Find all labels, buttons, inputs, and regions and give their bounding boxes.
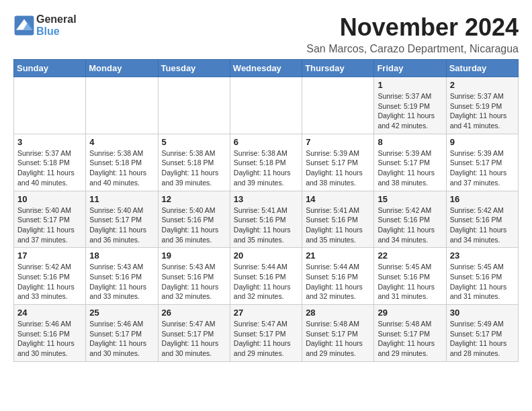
calendar-cell: 5Sunrise: 5:38 AM Sunset: 5:18 PM Daylig… [158, 134, 230, 191]
title-block: November 2024 San Marcos, Carazo Departm… [306, 13, 519, 55]
calendar-cell: 10Sunrise: 5:40 AM Sunset: 5:17 PM Dayli… [14, 191, 86, 248]
day-number: 24 [17, 308, 82, 318]
day-info: Sunrise: 5:44 AM Sunset: 5:16 PM Dayligh… [306, 262, 370, 302]
weekday-header-thursday: Thursday [302, 60, 374, 77]
logo: General Blue [13, 13, 77, 37]
day-number: 18 [89, 250, 154, 261]
calendar-week-row: 17Sunrise: 5:42 AM Sunset: 5:16 PM Dayli… [14, 248, 519, 305]
day-number: 8 [378, 137, 442, 147]
day-info: Sunrise: 5:37 AM Sunset: 5:19 PM Dayligh… [450, 91, 515, 131]
day-number: 4 [89, 137, 154, 147]
day-info: Sunrise: 5:49 AM Sunset: 5:17 PM Dayligh… [450, 319, 515, 359]
calendar-cell: 28Sunrise: 5:48 AM Sunset: 5:17 PM Dayli… [302, 305, 374, 362]
day-number: 29 [378, 308, 442, 318]
day-info: Sunrise: 5:39 AM Sunset: 5:17 PM Dayligh… [306, 148, 370, 188]
day-info: Sunrise: 5:37 AM Sunset: 5:19 PM Dayligh… [378, 91, 442, 131]
weekday-header-saturday: Saturday [446, 60, 518, 77]
day-info: Sunrise: 5:46 AM Sunset: 5:16 PM Dayligh… [17, 319, 82, 359]
day-info: Sunrise: 5:48 AM Sunset: 5:17 PM Dayligh… [306, 319, 370, 359]
day-info: Sunrise: 5:38 AM Sunset: 5:18 PM Dayligh… [89, 148, 154, 188]
day-number: 5 [162, 137, 226, 147]
day-number: 9 [450, 137, 515, 147]
calendar-cell [302, 77, 374, 134]
calendar-cell: 2Sunrise: 5:37 AM Sunset: 5:19 PM Daylig… [446, 77, 518, 134]
day-info: Sunrise: 5:45 AM Sunset: 5:16 PM Dayligh… [450, 262, 515, 302]
weekday-header-tuesday: Tuesday [158, 60, 230, 77]
day-number: 2 [450, 80, 515, 90]
calendar-cell: 12Sunrise: 5:40 AM Sunset: 5:16 PM Dayli… [158, 191, 230, 248]
day-number: 26 [162, 308, 226, 318]
calendar-cell [14, 77, 86, 134]
calendar-week-row: 10Sunrise: 5:40 AM Sunset: 5:17 PM Dayli… [14, 191, 519, 248]
day-info: Sunrise: 5:39 AM Sunset: 5:17 PM Dayligh… [450, 148, 515, 188]
calendar-week-row: 24Sunrise: 5:46 AM Sunset: 5:16 PM Dayli… [14, 305, 519, 362]
calendar-cell: 18Sunrise: 5:43 AM Sunset: 5:16 PM Dayli… [86, 248, 158, 305]
page-header: General Blue November 2024 San Marcos, C… [13, 13, 519, 55]
logo-blue-text: Blue [36, 26, 77, 38]
calendar-cell: 3Sunrise: 5:37 AM Sunset: 5:18 PM Daylig… [14, 134, 86, 191]
calendar-cell: 21Sunrise: 5:44 AM Sunset: 5:16 PM Dayli… [302, 248, 374, 305]
calendar-cell: 4Sunrise: 5:38 AM Sunset: 5:18 PM Daylig… [86, 134, 158, 191]
day-info: Sunrise: 5:38 AM Sunset: 5:18 PM Dayligh… [162, 148, 226, 188]
weekday-header-monday: Monday [86, 60, 158, 77]
calendar-cell: 17Sunrise: 5:42 AM Sunset: 5:16 PM Dayli… [14, 248, 86, 305]
location-title: San Marcos, Carazo Department, Nicaragua [306, 43, 519, 55]
logo-text: General Blue [36, 13, 77, 37]
day-info: Sunrise: 5:41 AM Sunset: 5:16 PM Dayligh… [306, 205, 370, 245]
calendar-cell [230, 77, 302, 134]
day-number: 23 [450, 250, 515, 261]
calendar-cell: 26Sunrise: 5:47 AM Sunset: 5:17 PM Dayli… [158, 305, 230, 362]
calendar-cell: 9Sunrise: 5:39 AM Sunset: 5:17 PM Daylig… [446, 134, 518, 191]
calendar-cell: 16Sunrise: 5:42 AM Sunset: 5:16 PM Dayli… [446, 191, 518, 248]
day-number: 19 [162, 250, 226, 261]
day-info: Sunrise: 5:41 AM Sunset: 5:16 PM Dayligh… [234, 205, 298, 245]
calendar-cell [158, 77, 230, 134]
day-info: Sunrise: 5:37 AM Sunset: 5:18 PM Dayligh… [17, 148, 82, 188]
calendar-cell: 1Sunrise: 5:37 AM Sunset: 5:19 PM Daylig… [374, 77, 446, 134]
day-info: Sunrise: 5:46 AM Sunset: 5:17 PM Dayligh… [89, 319, 154, 359]
day-number: 12 [162, 194, 226, 204]
day-number: 28 [306, 308, 370, 318]
day-number: 30 [450, 308, 515, 318]
day-info: Sunrise: 5:42 AM Sunset: 5:16 PM Dayligh… [450, 205, 515, 245]
day-info: Sunrise: 5:39 AM Sunset: 5:17 PM Dayligh… [378, 148, 442, 188]
weekday-header-row: SundayMondayTuesdayWednesdayThursdayFrid… [14, 60, 519, 77]
day-number: 6 [234, 137, 298, 147]
day-number: 10 [17, 194, 82, 204]
day-number: 17 [17, 250, 82, 261]
calendar-cell: 14Sunrise: 5:41 AM Sunset: 5:16 PM Dayli… [302, 191, 374, 248]
calendar-cell: 15Sunrise: 5:42 AM Sunset: 5:16 PM Dayli… [374, 191, 446, 248]
day-info: Sunrise: 5:48 AM Sunset: 5:17 PM Dayligh… [378, 319, 442, 359]
day-info: Sunrise: 5:43 AM Sunset: 5:16 PM Dayligh… [162, 262, 226, 302]
calendar-cell: 13Sunrise: 5:41 AM Sunset: 5:16 PM Dayli… [230, 191, 302, 248]
day-number: 14 [306, 194, 370, 204]
calendar-cell: 23Sunrise: 5:45 AM Sunset: 5:16 PM Dayli… [446, 248, 518, 305]
calendar-cell: 7Sunrise: 5:39 AM Sunset: 5:17 PM Daylig… [302, 134, 374, 191]
day-info: Sunrise: 5:42 AM Sunset: 5:16 PM Dayligh… [378, 205, 442, 245]
calendar-cell: 24Sunrise: 5:46 AM Sunset: 5:16 PM Dayli… [14, 305, 86, 362]
logo-general-text: General [36, 13, 77, 26]
month-title: November 2024 [306, 13, 519, 42]
day-info: Sunrise: 5:45 AM Sunset: 5:16 PM Dayligh… [378, 262, 442, 302]
day-info: Sunrise: 5:38 AM Sunset: 5:18 PM Dayligh… [234, 148, 298, 188]
day-info: Sunrise: 5:47 AM Sunset: 5:17 PM Dayligh… [234, 319, 298, 359]
weekday-header-sunday: Sunday [14, 60, 86, 77]
calendar-cell: 27Sunrise: 5:47 AM Sunset: 5:17 PM Dayli… [230, 305, 302, 362]
day-number: 20 [234, 250, 298, 261]
calendar-cell: 22Sunrise: 5:45 AM Sunset: 5:16 PM Dayli… [374, 248, 446, 305]
day-info: Sunrise: 5:42 AM Sunset: 5:16 PM Dayligh… [17, 262, 82, 302]
day-info: Sunrise: 5:43 AM Sunset: 5:16 PM Dayligh… [89, 262, 154, 302]
day-info: Sunrise: 5:40 AM Sunset: 5:16 PM Dayligh… [162, 205, 226, 245]
calendar-cell: 29Sunrise: 5:48 AM Sunset: 5:17 PM Dayli… [374, 305, 446, 362]
day-number: 7 [306, 137, 370, 147]
day-number: 22 [378, 250, 442, 261]
day-number: 25 [89, 308, 154, 318]
day-number: 11 [89, 194, 154, 204]
day-number: 3 [17, 137, 82, 147]
day-number: 16 [450, 194, 515, 204]
day-info: Sunrise: 5:44 AM Sunset: 5:16 PM Dayligh… [234, 262, 298, 302]
day-number: 15 [378, 194, 442, 204]
weekday-header-friday: Friday [374, 60, 446, 77]
calendar-week-row: 3Sunrise: 5:37 AM Sunset: 5:18 PM Daylig… [14, 134, 519, 191]
calendar-table: SundayMondayTuesdayWednesdayThursdayFrid… [13, 59, 519, 362]
